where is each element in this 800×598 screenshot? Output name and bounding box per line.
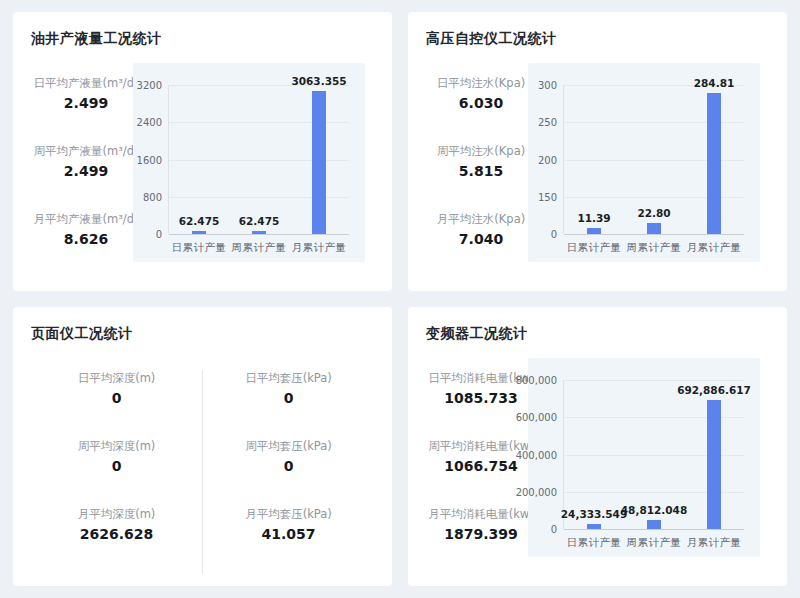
card-oil-well-production: 油井产液量工况统计 日平均产液量(m³/d) 2.499 周平均产液量(m³/d…: [13, 12, 392, 291]
gridline: [564, 380, 744, 381]
bar-月累计产量[interactable]: [707, 400, 721, 529]
stat-value: 2.499: [21, 94, 151, 112]
stat-weekly-avg-injection: 周平均注水(Kpa) 5.815: [416, 143, 546, 180]
bar-value-label: 24,333.549: [561, 508, 627, 520]
stats-column: 日平均注水(Kpa) 6.030 周平均注水(Kpa) 5.815 月平均注水(…: [416, 75, 546, 279]
stats-column-depth: 日平均深度(m) 0 周平均深度(m) 0 月平均深度(m) 2626.628: [31, 370, 202, 574]
stat-value: 41.057: [203, 525, 374, 543]
y-axis-tick-label: 200,000: [516, 486, 557, 497]
x-axis-category-label: 周累计产量: [627, 241, 682, 255]
card-title: 变频器工况统计: [426, 325, 528, 343]
bar-chart-frequency-converter: 800,000600,000400,000200,000024,333.549日…: [528, 358, 760, 557]
y-axis-tick-label: 800: [143, 191, 162, 202]
y-axis-tick-label: 250: [538, 117, 557, 128]
stat-value: 0: [203, 457, 374, 475]
stat-label: 周平均套压(kPa): [203, 438, 374, 454]
stat-value: 1085.733: [416, 389, 546, 407]
stat-daily-avg-injection: 日平均注水(Kpa) 6.030: [416, 75, 546, 112]
bar-周累计产量[interactable]: [647, 223, 661, 234]
stat-value: 0: [203, 389, 374, 407]
stat-value: 2.499: [21, 162, 151, 180]
bar-value-label: 11.39: [577, 212, 610, 224]
stat-value: 5.815: [416, 162, 546, 180]
bar-日累计产量[interactable]: [587, 524, 601, 529]
plot-area: 320024001600800062.475日累计产量62.475周累计产量30…: [168, 85, 349, 234]
gridline: [564, 234, 744, 235]
stat-value: 0: [31, 389, 202, 407]
dashboard-page: 油井产液量工况统计 日平均产液量(m³/d) 2.499 周平均产液量(m³/d…: [0, 0, 800, 598]
stat-label: 日平均注水(Kpa): [416, 75, 546, 91]
stat-label: 月平均套压(kPa): [203, 506, 374, 522]
stat-monthly-avg-depth: 月平均深度(m) 2626.628: [31, 506, 202, 543]
bar-value-label: 48,812.048: [621, 504, 687, 516]
stats-column: 日平均产液量(m³/d) 2.499 周平均产液量(m³/d) 2.499 月平…: [21, 75, 151, 279]
stat-weekly-avg-liquid: 周平均产液量(m³/d) 2.499: [21, 143, 151, 180]
card-frequency-converter: 变频器工况统计 日平均消耗电量(kw) 1085.733 周平均消耗电量(kw)…: [408, 307, 787, 586]
stat-label: 周平均注水(Kpa): [416, 143, 546, 159]
stat-label: 月平均注水(Kpa): [416, 211, 546, 227]
stat-label: 月平均消耗电量(kw): [416, 506, 546, 522]
x-axis-category-label: 日累计产量: [567, 241, 622, 255]
stat-monthly-avg-injection: 月平均注水(Kpa) 7.040: [416, 211, 546, 248]
bar-日累计产量[interactable]: [587, 228, 601, 234]
bar-value-label: 284.81: [694, 77, 735, 89]
stats-column-casing-pressure: 日平均套压(kPa) 0 周平均套压(kPa) 0 月平均套压(kPa) 41.…: [203, 370, 374, 574]
bar-周累计产量[interactable]: [252, 231, 266, 234]
plot-area: 300250200150011.39日累计产量22.80周累计产量284.81月…: [563, 85, 744, 234]
card-high-pressure-controller: 高压自控仪工况统计 日平均注水(Kpa) 6.030 周平均注水(Kpa) 5.…: [408, 12, 787, 291]
bar-chart-high-pressure-controller: 300250200150011.39日累计产量22.80周累计产量284.81月…: [528, 63, 760, 262]
stat-monthly-avg-power: 月平均消耗电量(kw) 1879.399: [416, 506, 546, 543]
stat-daily-avg-liquid: 日平均产液量(m³/d) 2.499: [21, 75, 151, 112]
y-axis-tick-label: 2400: [137, 117, 162, 128]
stat-value: 6.030: [416, 94, 546, 112]
y-axis-tick-label: 1600: [137, 154, 162, 165]
bar-日累计产量[interactable]: [192, 231, 206, 234]
stat-daily-avg-casing-pressure: 日平均套压(kPa) 0: [203, 370, 374, 407]
card-title: 高压自控仪工况统计: [426, 30, 557, 48]
x-axis-category-label: 月累计产量: [292, 241, 347, 255]
bar-value-label: 62.475: [239, 215, 280, 227]
y-axis-tick-label: 200: [538, 154, 557, 165]
stat-label: 月平均产液量(m³/d): [21, 211, 151, 227]
stat-label: 月平均深度(m): [31, 506, 202, 522]
x-axis-category-label: 日累计产量: [172, 241, 227, 255]
stat-weekly-avg-depth: 周平均深度(m) 0: [31, 438, 202, 475]
stat-label: 日平均套压(kPa): [203, 370, 374, 386]
bar-value-label: 62.475: [179, 215, 220, 227]
y-axis-tick-label: 0: [551, 524, 557, 535]
card-title: 页面仪工况统计: [31, 325, 133, 343]
plot-area: 800,000600,000400,000200,000024,333.549日…: [563, 380, 744, 529]
y-axis-tick-label: 150: [538, 191, 557, 202]
stat-label: 周平均深度(m): [31, 438, 202, 454]
stat-monthly-avg-liquid: 月平均产液量(m³/d) 8.626: [21, 211, 151, 248]
x-axis-category-label: 周累计产量: [232, 241, 287, 255]
y-axis-tick-label: 600,000: [516, 412, 557, 423]
stat-value: 2626.628: [31, 525, 202, 543]
x-axis-category-label: 月累计产量: [687, 536, 742, 550]
stat-value: 1879.399: [416, 525, 546, 543]
stat-value: 7.040: [416, 230, 546, 248]
bar-月累计产量[interactable]: [312, 91, 326, 234]
bar-周累计产量[interactable]: [647, 520, 661, 529]
gridline: [564, 529, 744, 530]
stats-column: 日平均消耗电量(kw) 1085.733 周平均消耗电量(kw) 1066.75…: [416, 370, 546, 574]
stat-value: 8.626: [21, 230, 151, 248]
stat-daily-avg-depth: 日平均深度(m) 0: [31, 370, 202, 407]
card-page-gauge: 页面仪工况统计 日平均深度(m) 0 周平均深度(m) 0 月平均深度(m) 2…: [13, 307, 392, 586]
two-column-stats: 日平均深度(m) 0 周平均深度(m) 0 月平均深度(m) 2626.628 …: [31, 370, 374, 574]
stat-label: 日平均深度(m): [31, 370, 202, 386]
y-axis-tick-label: 0: [156, 229, 162, 240]
y-axis-tick-label: 400,000: [516, 449, 557, 460]
y-axis-tick-label: 0: [551, 229, 557, 240]
bar-chart-oil-well-production: 320024001600800062.475日累计产量62.475周累计产量30…: [133, 63, 365, 262]
stat-label: 周平均产液量(m³/d): [21, 143, 151, 159]
bar-value-label: 692,886.617: [677, 384, 751, 396]
stat-label: 日平均产液量(m³/d): [21, 75, 151, 91]
y-axis-tick-label: 3200: [137, 80, 162, 91]
x-axis-category-label: 日累计产量: [567, 536, 622, 550]
bar-月累计产量[interactable]: [707, 93, 721, 234]
card-title: 油井产液量工况统计: [31, 30, 162, 48]
gridline: [169, 234, 349, 235]
y-axis-tick-label: 300: [538, 80, 557, 91]
bar-value-label: 3063.355: [291, 75, 346, 87]
